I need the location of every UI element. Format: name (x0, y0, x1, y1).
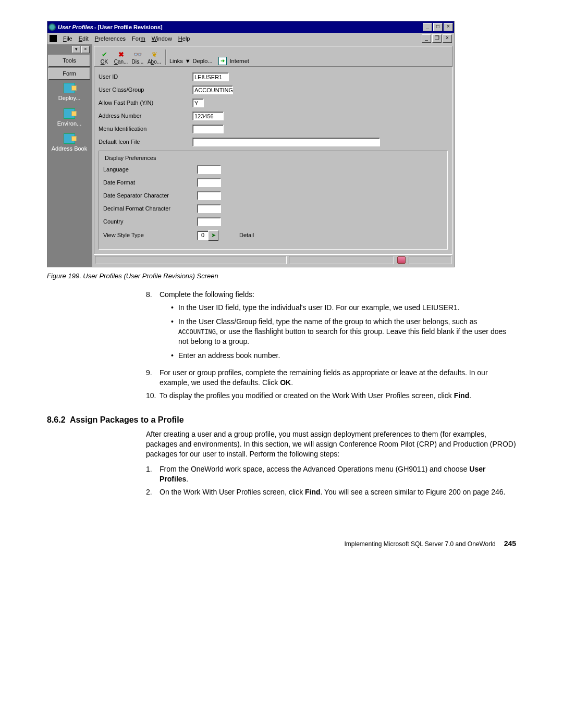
outer-title-bar: User Profiles - [User Profile Revisions]… (47, 21, 454, 33)
main-area: ✔OK ✖Can... 👓Dis... ❦Abo... Links ▼ Depl… (92, 44, 454, 267)
section-intro: After creating a user and a group profil… (146, 429, 516, 459)
menu-form[interactable]: Form (132, 35, 145, 43)
step-number: 8. (146, 290, 160, 365)
links-deploy[interactable]: Deplo... (193, 57, 213, 65)
label-menu-id: Menu Identification (99, 125, 192, 133)
bullet-2: In the User Class/Group field, type the … (178, 317, 516, 347)
links-label: Links (169, 57, 183, 65)
bullet-dot: • (171, 303, 178, 313)
bullet-dot: • (171, 351, 178, 361)
menu-edit[interactable]: Edit (79, 35, 89, 43)
window-controls: _ □ × (423, 23, 453, 31)
display-preferences-group: Display Preferences Language Date Format… (99, 151, 448, 250)
mdi-minimize-button[interactable]: _ (422, 34, 431, 43)
date-format-field[interactable] (197, 178, 221, 187)
display-preferences-legend: Display Preferences (103, 154, 157, 162)
label-date-sep: Date Separator Character (103, 192, 197, 200)
page-footer: Implementing Microsoft SQL Server 7.0 an… (47, 539, 516, 549)
label-icon-file: Default Icon File (99, 138, 192, 146)
toolbar-separator (165, 50, 166, 65)
icon-file-field[interactable] (192, 138, 380, 146)
app-subtitle: - [User Profile Revisions] (94, 23, 163, 31)
section-heading: 8.6.2 Assign Packages to a Profile (47, 414, 516, 426)
sidebar-tab-tools[interactable]: Tools (48, 55, 90, 67)
mdi-restore-button[interactable]: ❐ (432, 34, 442, 43)
toolbar: ✔OK ✖Can... 👓Dis... ❦Abo... Links ▼ Depl… (94, 46, 452, 67)
section-steps: 1. From the OneWorld work space, access … (146, 464, 516, 497)
app-title: User Profiles (58, 23, 93, 31)
cancel-button[interactable]: ✖Can... (113, 51, 129, 66)
about-button[interactable]: ❦Abo... (146, 51, 162, 66)
display-button[interactable]: 👓Dis... (130, 51, 145, 66)
step-8-text: Complete the following fields: (160, 290, 516, 300)
label-decimal-format: Decimal Format Character (103, 205, 197, 213)
bullet-1: In the User ID field, type the individua… (178, 303, 460, 313)
internet-icon: ➔ (218, 57, 227, 65)
view-style-assist-button[interactable]: ➤ (208, 230, 218, 241)
sidebar-item-label: Deploy... (48, 94, 90, 102)
view-style-field[interactable]: 0 (197, 231, 209, 240)
page-number: 245 (504, 539, 516, 549)
sidebar-item-label: Address Book (48, 145, 90, 153)
status-kb-icon (395, 255, 408, 265)
app-icon (48, 23, 56, 31)
status-bar (94, 254, 452, 265)
status-cell-3 (409, 256, 451, 264)
links-dropdown-icon[interactable]: ▼ (185, 57, 191, 65)
country-field[interactable] (197, 217, 221, 226)
step-10-text: To display the profiles you modified or … (160, 391, 516, 401)
sidebar-item-deploy[interactable]: Deploy... (48, 81, 90, 105)
status-cell-1 (95, 256, 287, 264)
menu-preferences[interactable]: Preferences (95, 35, 126, 43)
ok-button[interactable]: ✔OK (96, 51, 112, 66)
close-button[interactable]: × (444, 23, 453, 31)
environ-icon (64, 108, 75, 119)
view-style-detail-label: Detail (239, 231, 254, 239)
figure-caption: Figure 199. User Profiles (User Profile … (47, 272, 516, 281)
label-address-number: Address Number (99, 112, 192, 120)
address-book-icon (64, 133, 75, 144)
decimal-format-field[interactable] (197, 204, 221, 213)
menu-help[interactable]: Help (178, 35, 190, 43)
minimize-button[interactable]: _ (423, 23, 432, 31)
address-number-field[interactable]: 123456 (192, 112, 224, 120)
sec-step-2: On the Work With User Profiles screen, c… (160, 487, 516, 497)
bullet-dot: • (171, 317, 178, 347)
label-view-style: View Style Type (103, 231, 197, 239)
user-id-field[interactable]: LEIUSER1 (192, 72, 229, 81)
step-number: 10. (146, 391, 160, 401)
sidebar-item-address-book[interactable]: Address Book (48, 131, 90, 156)
sidebar-tab-form[interactable]: Form (48, 68, 90, 80)
mdi-icon[interactable] (50, 35, 57, 42)
footer-text: Implementing Microsoft SQL Server 7.0 an… (345, 540, 496, 548)
sidebar-item-label: Environ... (48, 120, 90, 128)
bullet-3: Enter an address book number. (178, 351, 280, 361)
label-date-format: Date Format (103, 179, 197, 187)
menu-window[interactable]: Window (152, 35, 172, 43)
deploy-icon (64, 83, 75, 93)
sidebar-item-environ[interactable]: Environ... (48, 106, 90, 131)
maximize-button[interactable]: □ (433, 23, 443, 31)
step-number: 9. (146, 368, 160, 388)
toolbar-links: Links ▼ Deplo... ➔ Internet (169, 57, 249, 65)
form-pane: User ID LEIUSER1 User Class/Group ACCOUN… (94, 67, 452, 254)
label-user-class: User Class/Group (99, 86, 192, 94)
date-sep-field[interactable] (197, 191, 221, 200)
menu-file[interactable]: File (63, 35, 72, 43)
label-fast-path: Allow Fast Path (Y/N) (99, 99, 192, 107)
step-9-text: For user or group profiles, complete the… (160, 368, 516, 388)
sidebar-close-icon[interactable]: × (81, 46, 90, 53)
status-cell-2 (289, 256, 394, 264)
step-number: 1. (146, 464, 160, 484)
mdi-close-button[interactable]: × (443, 34, 452, 43)
fast-path-field[interactable]: Y (192, 98, 204, 107)
menu-bar: File Edit Preferences Form Window Help _… (47, 33, 454, 44)
language-field[interactable] (197, 165, 221, 174)
label-user-id: User ID (99, 73, 192, 81)
steps-list: 8. Complete the following fields: •In th… (146, 290, 516, 400)
user-class-field[interactable]: ACCOUNTING (192, 85, 233, 94)
menu-id-field[interactable] (192, 125, 224, 133)
mdi-controls: _ ❐ × (422, 34, 452, 43)
links-internet[interactable]: Internet (230, 57, 249, 65)
sidebar-dropdown-icon[interactable]: ▾ (72, 46, 80, 53)
